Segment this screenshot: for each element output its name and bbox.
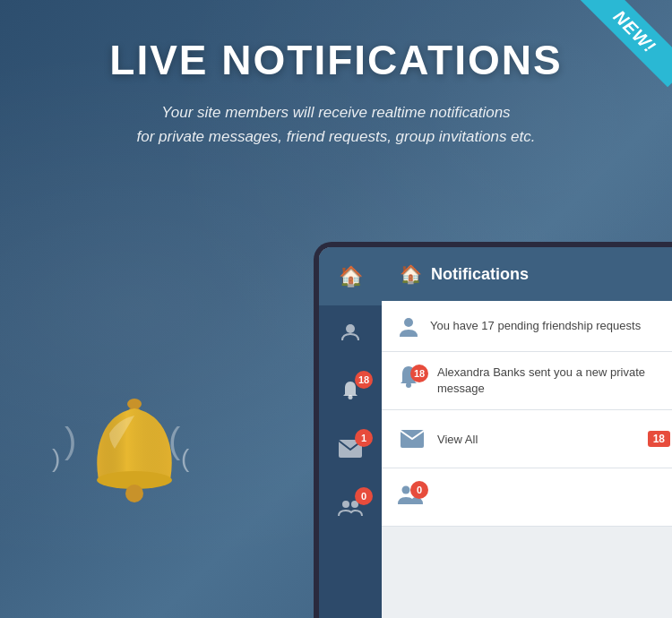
device: 🏠	[314, 242, 672, 618]
new-banner-label: NEW!	[579, 0, 672, 87]
friendship-request-text: You have 17 pending friendship requests	[430, 318, 670, 334]
sidebar-item-messages[interactable]: 1	[319, 422, 382, 480]
sidebar-item-home[interactable]: 🏠	[319, 247, 382, 305]
bell-badge: 18	[355, 371, 373, 389]
svg-point-13	[404, 318, 413, 327]
view-all-badge: 18	[648, 431, 670, 447]
subtitle: Your site members will receive realtime …	[136, 100, 535, 149]
panel-title: Notifications	[431, 265, 529, 284]
svg-text:): )	[52, 444, 60, 472]
notification-header: 🏠 Notifications	[382, 247, 672, 301]
envelope-badge: 1	[355, 429, 373, 447]
private-message-text: Alexandra Banks sent you a new private m…	[437, 365, 670, 397]
device-screen: 🏠	[319, 247, 672, 618]
sidebar: 🏠	[319, 247, 382, 618]
svg-point-9	[349, 395, 353, 399]
view-all-row[interactable]: View All 18	[382, 410, 672, 468]
group-badge: 0	[355, 487, 373, 505]
new-banner: NEW!	[564, 0, 672, 107]
sidebar-item-user[interactable]	[319, 305, 382, 364]
friendship-request-row[interactable]: You have 17 pending friendship requests	[382, 301, 672, 352]
bell-illustration: ) ) ( (	[45, 364, 224, 546]
sidebar-item-groups[interactable]: 0	[319, 480, 382, 538]
group-row-badge: 0	[410, 481, 428, 499]
private-message-row[interactable]: 18 Alexandra Banks sent you a new privat…	[382, 352, 672, 410]
message-badge: 18	[410, 365, 428, 382]
sidebar-item-notifications[interactable]: 18	[319, 364, 382, 422]
svg-point-11	[342, 501, 349, 508]
user-row-icon	[396, 313, 421, 339]
header-home-icon: 🏠	[400, 263, 422, 285]
svg-point-14	[406, 382, 411, 388]
main-panel: 🏠 Notifications You have 17 pending frie…	[382, 247, 672, 618]
svg-text:(: (	[168, 421, 181, 460]
svg-point-8	[346, 324, 355, 333]
envelope-row-icon	[400, 429, 425, 449]
svg-text:(: (	[181, 444, 190, 472]
page-title: LIVE NOTIFICATIONS	[109, 36, 562, 84]
view-all-text: View All	[437, 433, 648, 446]
svg-point-2	[127, 399, 142, 409]
svg-point-16	[402, 486, 410, 494]
user-icon	[339, 321, 362, 349]
svg-text:): )	[65, 421, 76, 460]
lower-section: ) ) ( (	[0, 242, 672, 618]
svg-point-5	[125, 485, 143, 502]
home-icon: 🏠	[339, 265, 363, 288]
groups-row[interactable]: 0	[382, 468, 672, 527]
